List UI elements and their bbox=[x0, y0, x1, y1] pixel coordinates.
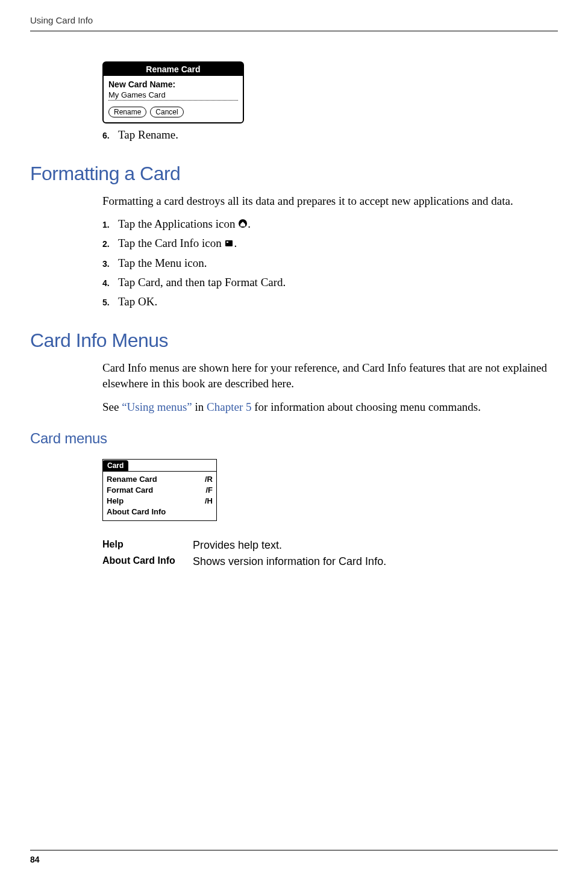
formatting-steps: 1. Tap the Applications icon . 2. Tap th… bbox=[102, 217, 552, 308]
dialog-button-row: Rename Cancel bbox=[108, 107, 238, 117]
card-info-icon bbox=[224, 239, 234, 251]
step-text: Tap Rename. bbox=[118, 128, 178, 142]
menus-intro: Card Info menus are shown here for your … bbox=[102, 360, 552, 391]
cancel-button[interactable]: Cancel bbox=[150, 107, 183, 117]
menu-tab-card[interactable]: Card bbox=[102, 460, 128, 471]
menu-item-format[interactable]: Format Card /F bbox=[107, 485, 213, 496]
chapter-title: Using Card Info bbox=[30, 15, 93, 25]
def-desc: Provides help text. bbox=[193, 539, 282, 552]
def-term: Help bbox=[102, 539, 193, 552]
step-number: 2. bbox=[102, 239, 118, 249]
menu-item-rename[interactable]: Rename Card /R bbox=[107, 474, 213, 485]
menus-see-also: See “Using menus” in Chapter 5 for infor… bbox=[102, 399, 552, 415]
step-text: Tap the Card Info icon . bbox=[118, 237, 237, 251]
menu-item-about[interactable]: About Card Info bbox=[107, 507, 213, 517]
step-number: 6. bbox=[102, 131, 118, 140]
definitions-table: Help Provides help text. About Card Info… bbox=[102, 539, 552, 568]
menu-item-help[interactable]: Help /H bbox=[107, 496, 213, 507]
card-menu-screenshot: Card Rename Card /R Format Card /F Help … bbox=[102, 459, 217, 521]
dialog-field-label: New Card Name: bbox=[108, 80, 238, 89]
step-text: Tap the Applications icon . bbox=[118, 217, 251, 231]
chapter-5-link[interactable]: Chapter 5 bbox=[207, 401, 251, 413]
step-6: 6. Tap Rename. bbox=[102, 128, 552, 142]
page-header: Using Card Info bbox=[30, 0, 558, 31]
dialog-body: New Card Name: My Games Card Rename Canc… bbox=[104, 76, 243, 122]
step-number: 4. bbox=[102, 278, 118, 288]
svg-rect-2 bbox=[227, 242, 228, 243]
step-number: 3. bbox=[102, 259, 118, 269]
definition-about: About Card Info Shows version informatio… bbox=[102, 555, 552, 568]
def-desc: Shows version information for Card Info. bbox=[193, 555, 386, 568]
card-info-menus-heading: Card Info Menus bbox=[30, 329, 552, 352]
step-number: 1. bbox=[102, 220, 118, 229]
step-2: 2. Tap the Card Info icon . bbox=[102, 237, 552, 251]
step-1: 1. Tap the Applications icon . bbox=[102, 217, 552, 231]
card-name-input[interactable]: My Games Card bbox=[108, 90, 238, 101]
step-text: Tap OK. bbox=[118, 295, 157, 308]
step-text: Tap the Menu icon. bbox=[118, 257, 207, 270]
using-menus-link[interactable]: “Using menus” bbox=[122, 401, 192, 413]
step-text: Tap Card, and then tap Format Card. bbox=[118, 276, 286, 289]
rename-button[interactable]: Rename bbox=[108, 107, 146, 117]
card-menus-heading: Card menus bbox=[30, 430, 552, 447]
rename-card-dialog: Rename Card New Card Name: My Games Card… bbox=[102, 61, 244, 123]
step-number: 5. bbox=[102, 298, 118, 307]
step-list-continuation: 6. Tap Rename. bbox=[102, 128, 552, 142]
svg-rect-1 bbox=[225, 240, 233, 246]
page-number: 84 bbox=[30, 855, 40, 864]
def-term: About Card Info bbox=[102, 555, 193, 568]
step-5: 5. Tap OK. bbox=[102, 295, 552, 308]
step-4: 4. Tap Card, and then tap Format Card. bbox=[102, 276, 552, 289]
main-content: Rename Card New Card Name: My Games Card… bbox=[30, 61, 558, 568]
applications-home-icon bbox=[238, 219, 248, 231]
formatting-intro: Formatting a card destroys all its data … bbox=[102, 193, 552, 209]
dialog-title: Rename Card bbox=[104, 63, 243, 76]
formatting-heading: Formatting a Card bbox=[30, 163, 552, 185]
menu-items-list: Rename Card /R Format Card /F Help /H Ab… bbox=[103, 471, 216, 520]
definition-help: Help Provides help text. bbox=[102, 539, 552, 552]
step-3: 3. Tap the Menu icon. bbox=[102, 257, 552, 270]
page-footer: 84 bbox=[30, 850, 558, 865]
